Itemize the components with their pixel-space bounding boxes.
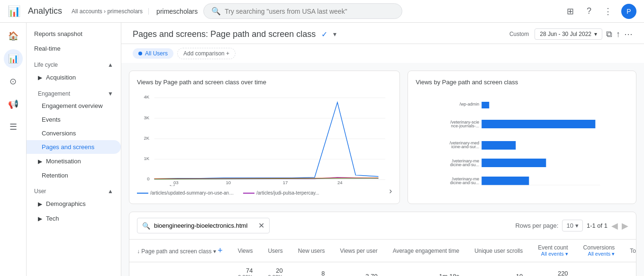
col-users: Users: [260, 240, 290, 262]
next-page-button[interactable]: ▶: [622, 221, 628, 231]
breadcrumb: All accounts › primescholars: [72, 8, 149, 15]
totals-row: Totals 74 0.06% of total 20 0.03% of tot…: [129, 262, 636, 276]
legend-item-2: /articles/judi-pulsa-terpercay...: [243, 190, 319, 196]
avatar[interactable]: P: [621, 4, 636, 19]
svg-text:17: 17: [283, 180, 288, 185]
sidebar-item-realtime[interactable]: Real-time: [27, 41, 121, 56]
sidebar-item-engagement-overview[interactable]: Engagement overview: [27, 99, 121, 113]
explore-icon-btn[interactable]: ⊙: [4, 72, 23, 91]
expand-icon: ▼: [108, 90, 113, 97]
svg-rect-26: [482, 141, 516, 150]
clear-filter-button[interactable]: ✕: [258, 221, 264, 230]
svg-rect-25: [482, 120, 596, 128]
bar-chart-title: Views by Page path and screen class: [416, 79, 628, 86]
sidebar-icon-strip: 🏠 📊 ⊙ 📢 ☰: [0, 23, 27, 276]
bar-chart-card: Views by Page path and screen class /wp-…: [408, 71, 636, 204]
expand-icon: ▲: [108, 62, 113, 68]
totals-label: Totals: [129, 262, 230, 276]
calendar-down-icon: ▾: [594, 31, 597, 37]
search-bar[interactable]: 🔍: [203, 3, 402, 19]
legend-label-2: /articles/judi-pulsa-terpercay...: [256, 190, 319, 196]
expand-icon: ▲: [108, 188, 113, 195]
sidebar-item-pages-screens[interactable]: Pages and screens: [27, 140, 121, 154]
col-new-users: New users: [290, 240, 333, 262]
table-card: 🔍 ✕ Rows per page: 10 ▾ 1-1 of 1 ◀ ▶: [129, 212, 636, 276]
event-count-filter[interactable]: All events ▾: [538, 251, 568, 257]
table-header-row: ↓ Page path and screen class ▾ + Views U…: [129, 240, 636, 262]
svg-text:4K: 4K: [144, 94, 149, 99]
sidebar-item-retention[interactable]: Retention: [27, 169, 121, 182]
totals-users: 20 0.03% of total: [260, 262, 290, 276]
dropdown-icon: ▾: [333, 30, 336, 38]
conversions-filter[interactable]: All events ▾: [583, 251, 615, 257]
sidebar-section-lifecycle[interactable]: Life cycle ▲: [27, 56, 121, 70]
totals-event-count: 220 0.05% of total: [530, 262, 575, 276]
svg-rect-24: [482, 102, 490, 108]
prev-page-button[interactable]: ◀: [611, 221, 618, 231]
main-content: Pages and screens: Page path and screen …: [121, 23, 644, 276]
home-icon-btn[interactable]: 🏠: [4, 27, 23, 45]
sidebar-section-engagement[interactable]: Engagement ▼: [27, 85, 121, 99]
sidebar-item-events[interactable]: Events: [27, 113, 121, 126]
svg-text:3K: 3K: [144, 115, 149, 120]
col-page-path[interactable]: ↓ Page path and screen class ▾ +: [129, 240, 230, 262]
sidebar-item-tech[interactable]: ▶ Tech: [27, 211, 121, 226]
pagination-info: 1-1 of 1: [587, 222, 608, 229]
rows-per-page: Rows per page: 10 ▾ 1-1 of 1 ◀ ▶: [515, 220, 628, 231]
sidebar-item-reports-snapshot[interactable]: Reports snapshot: [27, 27, 121, 41]
svg-text:Jul: Jul: [169, 184, 174, 186]
help-icon[interactable]: ?: [583, 6, 595, 17]
comparison-row: All Users Add comparison +: [121, 44, 644, 63]
legend-color-1: [137, 193, 148, 194]
main-layout: 🏠 📊 ⊙ 📢 ☰ Reports snapshot Real-time Lif…: [0, 23, 644, 276]
svg-text:nce-journals-...: nce-journals-...: [451, 124, 480, 128]
sidebar-item-demographics[interactable]: ▶ Demographics: [27, 196, 121, 211]
svg-text:dicine-and-su...: dicine-and-su...: [450, 180, 480, 185]
svg-text:2K: 2K: [144, 135, 149, 141]
apps-icon[interactable]: ⊞: [564, 6, 576, 17]
bar-chart-container: /wp-admin /veterinary-scie nce-journals-…: [416, 91, 628, 186]
add-comparison-button[interactable]: Add comparison +: [177, 48, 236, 59]
more-options-icon[interactable]: ⋯: [624, 29, 633, 39]
advertising-icon-btn[interactable]: 📢: [4, 95, 23, 114]
chart-next-button[interactable]: ›: [389, 186, 392, 196]
rows-per-page-select[interactable]: 10 ▾: [562, 220, 582, 231]
dropdown-arrow: ▾: [575, 222, 579, 229]
app-title: Analytics: [28, 6, 62, 16]
configure-icon-btn[interactable]: ☰: [4, 117, 23, 136]
svg-text:24: 24: [337, 180, 343, 185]
date-range-picker[interactable]: 28 Jun - 30 Jul 2022 ▾: [535, 28, 602, 40]
legend-color-2: [243, 193, 254, 194]
svg-text:0: 0: [147, 176, 149, 181]
search-filter[interactable]: 🔍 ✕: [137, 218, 270, 233]
totals-views-per-user: 3.70 Avg +114.2%: [332, 262, 385, 276]
share-icon[interactable]: ↑: [616, 29, 620, 39]
add-column-button[interactable]: +: [218, 246, 223, 255]
filter-input[interactable]: [154, 222, 254, 229]
search-input[interactable]: [225, 8, 394, 15]
filter-icon: ▾: [213, 248, 216, 255]
sidebar-section-user[interactable]: User ▲: [27, 182, 121, 196]
svg-text:/wp-admin: /wp-admin: [460, 102, 480, 107]
account-name[interactable]: primescholars: [156, 8, 198, 15]
page-header: Pages and screens: Page path and screen …: [121, 23, 644, 44]
legend-item-1: /articles/updated-summary-on-use-and-saf…: [137, 190, 236, 196]
line-chart-title: Views by Page path and screen class over…: [137, 79, 392, 86]
reports-icon-btn[interactable]: 📊: [4, 49, 23, 68]
totals-views: 74 0.06% of total: [230, 262, 261, 276]
nav-icons: ⊞ ? ⋮ P: [564, 4, 636, 19]
legend-label-1: /articles/updated-summary-on-use-and-saf…: [150, 190, 236, 196]
line-chart-legend: /articles/updated-summary-on-use-and-saf…: [137, 190, 319, 196]
line-chart-container: 4K 3K 2K 1K 0 03 Jul 10: [137, 91, 392, 186]
compare-icon[interactable]: ⧉: [606, 29, 612, 39]
search-icon: 🔍: [211, 7, 221, 16]
table-area: 🔍 ✕ Rows per page: 10 ▾ 1-1 of 1 ◀ ▶: [121, 212, 644, 276]
all-users-chip[interactable]: All Users: [133, 48, 173, 59]
top-navigation: 📊 Analytics All accounts › primescholars…: [0, 0, 644, 23]
sidebar-item-conversions[interactable]: Conversions: [27, 126, 121, 140]
sidebar-item-acquisition[interactable]: ▶ Acquisition: [27, 70, 121, 85]
more-vert-icon[interactable]: ⋮: [602, 6, 614, 17]
sidebar-item-monetisation[interactable]: ▶ Monetisation: [27, 154, 121, 169]
totals-avg-engagement: 1m 18s Avg +38.51%: [385, 262, 467, 276]
col-views-per-user: Views per user: [332, 240, 385, 262]
